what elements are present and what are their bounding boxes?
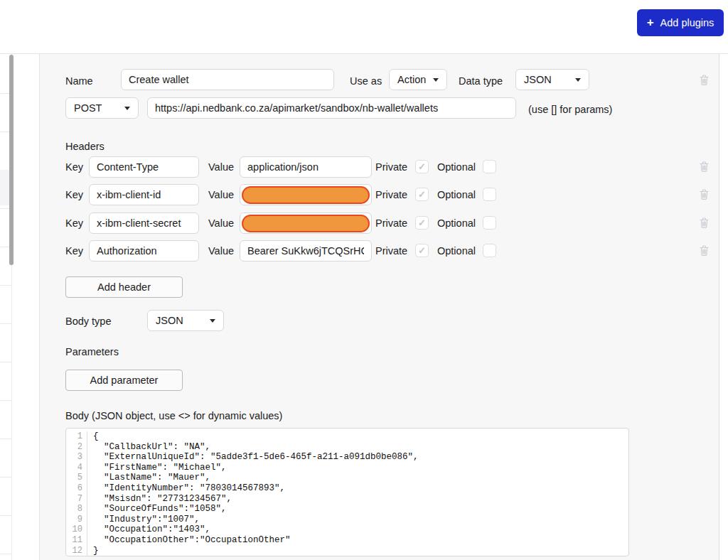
method-value: POST bbox=[74, 102, 102, 114]
line-number: 6 bbox=[66, 483, 87, 494]
key-label: Key bbox=[65, 189, 83, 200]
value-label: Value bbox=[208, 189, 234, 200]
plus-icon: + bbox=[647, 16, 654, 28]
check-icon: ✓ bbox=[418, 246, 426, 255]
code-text: "CallbackUrl": "NA", bbox=[87, 442, 210, 453]
code-line: 3 "ExternalUniqueId": "5adde3f1-5de6-465… bbox=[66, 452, 628, 463]
delete-header-icon[interactable] bbox=[699, 161, 710, 173]
parameters-section-label: Parameters bbox=[65, 346, 119, 357]
params-hint: (use [] for params) bbox=[528, 104, 612, 115]
private-label: Private bbox=[375, 189, 407, 200]
add-plugins-label: Add plugins bbox=[660, 17, 714, 28]
code-line: 10 "Occupation":"1403", bbox=[66, 524, 628, 535]
optional-label: Optional bbox=[437, 189, 476, 200]
check-icon: ✓ bbox=[418, 190, 426, 199]
body-type-dropdown[interactable]: JSON bbox=[147, 310, 224, 331]
value-label: Value bbox=[208, 245, 234, 257]
code-text: "SourceOfFunds":"1058", bbox=[87, 504, 227, 515]
optional-checkbox[interactable] bbox=[483, 216, 496, 230]
body-json-editor[interactable]: 1{ 2 "CallbackUrl": "NA", 3 "ExternalUni… bbox=[65, 428, 629, 556]
add-parameter-button[interactable]: Add parameter bbox=[65, 370, 183, 391]
value-label: Value bbox=[208, 217, 234, 229]
header-value-input[interactable] bbox=[240, 156, 372, 178]
private-checkbox[interactable]: ✓ bbox=[415, 216, 429, 230]
private-label: Private bbox=[375, 245, 407, 257]
code-line: 1{ bbox=[66, 431, 628, 442]
optional-label: Optional bbox=[437, 245, 476, 257]
optional-label: Optional bbox=[437, 217, 476, 229]
redacted-value bbox=[242, 186, 370, 204]
header-key-input[interactable] bbox=[89, 156, 199, 178]
code-line: 6 "IdentityNumber": "7803014567893", bbox=[66, 483, 628, 494]
delete-header-icon[interactable] bbox=[699, 188, 710, 200]
optional-checkbox[interactable] bbox=[483, 188, 496, 201]
code-text: "ExternalUniqueId": "5adde3f1-5de6-465f-… bbox=[87, 452, 419, 463]
key-label: Key bbox=[65, 161, 83, 173]
code-text: "LastName": "Mauer", bbox=[87, 473, 210, 483]
private-checkbox[interactable]: ✓ bbox=[415, 188, 429, 201]
add-plugins-button[interactable]: + Add plugins bbox=[637, 9, 724, 36]
code-text: { bbox=[87, 431, 99, 442]
header-key-input[interactable] bbox=[89, 212, 199, 234]
code-line: 2 "CallbackUrl": "NA", bbox=[66, 442, 628, 453]
private-checkbox[interactable]: ✓ bbox=[415, 160, 429, 173]
header-value-input[interactable] bbox=[240, 240, 372, 262]
delete-header-icon[interactable] bbox=[699, 244, 710, 257]
code-line: 8 "SourceOfFunds":"1058", bbox=[66, 504, 628, 515]
add-header-button[interactable]: Add header bbox=[65, 276, 183, 298]
delete-plugin-icon[interactable] bbox=[699, 74, 710, 86]
code-line: 11 "OccupationOther":"OccupationOther" bbox=[66, 535, 628, 546]
key-label: Key bbox=[65, 245, 83, 257]
data-type-dropdown[interactable]: JSON bbox=[515, 69, 589, 90]
delete-header-icon[interactable] bbox=[699, 217, 710, 229]
header-key-input[interactable] bbox=[89, 240, 199, 262]
body-type-label: Body type bbox=[65, 316, 112, 327]
use-as-value: Action bbox=[397, 74, 426, 85]
line-number: 1 bbox=[66, 431, 87, 442]
check-icon: ✓ bbox=[418, 162, 426, 171]
optional-checkbox[interactable] bbox=[483, 160, 496, 173]
line-number: 9 bbox=[66, 515, 87, 525]
headers-section-label: Headers bbox=[65, 141, 105, 152]
code-text: "Occupation":"1403", bbox=[87, 524, 210, 535]
header-value-input[interactable] bbox=[240, 212, 372, 234]
line-number: 10 bbox=[66, 524, 87, 535]
optional-checkbox[interactable] bbox=[483, 244, 496, 257]
line-number: 2 bbox=[66, 442, 87, 453]
line-number: 11 bbox=[66, 535, 87, 546]
header-value-input[interactable] bbox=[240, 184, 372, 205]
header-row: Key Value Private ✓ Optional bbox=[0, 156, 728, 178]
body-section-label: Body (JSON object, use <> for dynamic va… bbox=[65, 410, 282, 421]
code-text: } bbox=[87, 546, 99, 556]
chevron-down-icon bbox=[575, 78, 581, 82]
plugin-config-screen: + Add plugins move down collapse Name Us… bbox=[0, 0, 728, 560]
chevron-down-icon bbox=[433, 78, 439, 82]
header-row: Key Value Private ✓ Optional bbox=[0, 184, 728, 205]
key-label: Key bbox=[65, 217, 83, 229]
private-label: Private bbox=[375, 217, 407, 229]
code-text: "Msisdn": "27731234567", bbox=[87, 494, 232, 505]
value-label: Value bbox=[208, 161, 234, 173]
private-label: Private bbox=[375, 161, 407, 173]
chevron-down-icon bbox=[210, 319, 215, 323]
code-line: 7 "Msisdn": "27731234567", bbox=[66, 494, 628, 505]
header-key-input[interactable] bbox=[89, 184, 199, 205]
code-text: "IdentityNumber": "7803014567893", bbox=[87, 483, 285, 494]
code-text: "FirstName": "Michael", bbox=[87, 463, 227, 473]
private-checkbox[interactable]: ✓ bbox=[415, 244, 429, 257]
code-text: "OccupationOther":"OccupationOther" bbox=[87, 535, 291, 546]
line-number: 12 bbox=[66, 546, 87, 556]
redacted-value bbox=[242, 215, 370, 232]
use-as-label: Use as bbox=[350, 75, 382, 87]
code-line: 9 "Industry":"1007", bbox=[66, 515, 628, 525]
header-row: Key Value Private ✓ Optional bbox=[0, 212, 728, 234]
use-as-dropdown[interactable]: Action bbox=[389, 69, 447, 90]
code-line: 4 "FirstName": "Michael", bbox=[66, 463, 628, 473]
name-label: Name bbox=[65, 75, 93, 87]
url-input[interactable] bbox=[147, 97, 516, 119]
method-dropdown[interactable]: POST bbox=[65, 97, 139, 119]
line-number: 3 bbox=[66, 452, 87, 463]
header-row: Key Value Private ✓ Optional bbox=[0, 240, 728, 262]
code-line: 12} bbox=[66, 546, 628, 556]
name-input[interactable] bbox=[121, 69, 334, 90]
